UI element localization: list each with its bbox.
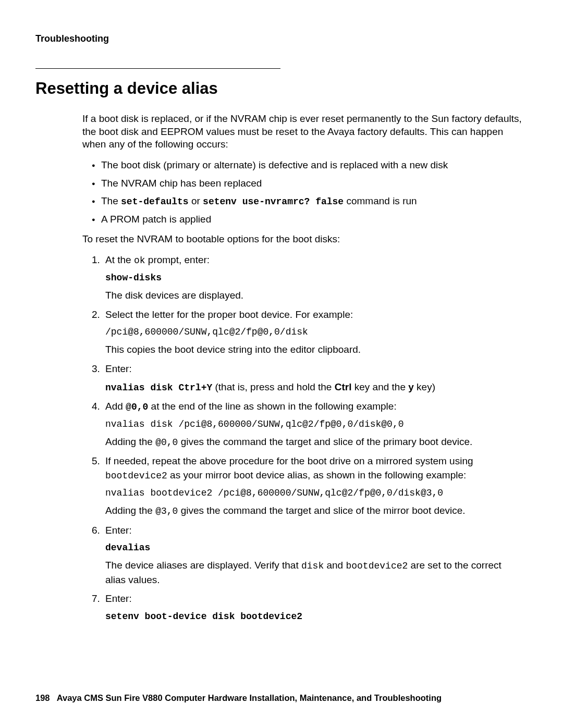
text: and xyxy=(324,560,346,571)
text: gives the command the target and slice o… xyxy=(178,505,465,516)
step-item: 1. At the ok prompt, enter: show-disks T… xyxy=(92,253,522,303)
device-path: /pci@8,600000/SUNW,qlc@2/fp@0,0/disk xyxy=(105,326,522,339)
text: command is run xyxy=(344,195,417,206)
text: Select the letter for the proper boot de… xyxy=(105,309,353,320)
step-number: 7. xyxy=(92,592,100,606)
step-item: 3. Enter: nvalias disk Ctrl+Y (that is, … xyxy=(92,362,522,394)
inline-code: @0,0 xyxy=(126,402,148,412)
bullet-item: The NVRAM chip has been replaced xyxy=(92,177,522,191)
step-item: 4. Add @0,0 at the end of the line as sh… xyxy=(92,400,522,450)
step-item: 5. If needed, repeat the above procedure… xyxy=(92,454,522,518)
text: (that is, press and hold the xyxy=(212,381,334,392)
section-heading: Resetting a device alias xyxy=(35,79,528,98)
command-line: show-disks xyxy=(105,272,522,285)
footer-title: Avaya CMS Sun Fire V880 Computer Hardwar… xyxy=(57,693,442,702)
intro-paragraph: If a boot disk is replaced, or if the NV… xyxy=(82,113,522,151)
body-content: If a boot disk is replaced, or if the NV… xyxy=(82,113,522,623)
text: at the end of the line as shown in the f… xyxy=(148,401,396,412)
step-item: 2. Select the letter for the proper boot… xyxy=(92,308,522,357)
inline-code: bootdevice2 xyxy=(346,561,408,571)
text: The device aliases are displayed. Verify… xyxy=(105,560,301,571)
step-number: 4. xyxy=(92,400,100,414)
step-result: Adding the @3,0 gives the command the ta… xyxy=(105,504,522,518)
inline-code: @3,0 xyxy=(155,506,178,516)
inline-code: ok xyxy=(134,255,145,266)
inline-command: set-defaults xyxy=(121,196,189,207)
text: Add xyxy=(105,401,126,412)
command-line: nvalias bootdevice2 /pci@8,600000/SUNW,q… xyxy=(105,487,522,500)
step-number: 5. xyxy=(92,454,100,468)
text: gives the command the target and slice o… xyxy=(178,436,472,447)
text: or xyxy=(189,195,203,206)
inline-code: disk xyxy=(301,561,324,571)
text: key and the xyxy=(351,381,408,392)
step-body: nvalias disk Ctrl+Y (that is, press and … xyxy=(105,380,522,394)
command-line: nvalias disk /pci@8,600000/SUNW,qlc@2/fp… xyxy=(105,418,522,431)
step-result: The disk devices are displayed. xyxy=(105,289,522,303)
text: Enter: xyxy=(105,593,132,604)
inline-command: setenv use-nvramrc? false xyxy=(203,196,344,207)
bullet-item: The boot disk (primary or alternate) is … xyxy=(92,158,522,172)
lead-in-paragraph: To reset the NVRAM to bootable options f… xyxy=(82,233,522,246)
numbered-list: 1. At the ok prompt, enter: show-disks T… xyxy=(82,253,522,623)
text: At the xyxy=(105,254,134,265)
text: key) xyxy=(414,381,435,392)
command-line: setenv boot-device disk bootdevice2 xyxy=(105,610,522,623)
step-result: Adding the @0,0 gives the command the ta… xyxy=(105,435,522,449)
text: Adding the xyxy=(105,436,155,447)
step-number: 2. xyxy=(92,308,100,322)
step-number: 1. xyxy=(92,253,100,267)
inline-code: bootdevice2 xyxy=(105,471,167,481)
page-number: 198 xyxy=(35,693,50,702)
text: as your mirror boot device alias, as sho… xyxy=(167,470,466,480)
step-item: 7. Enter: setenv boot-device disk bootde… xyxy=(92,592,522,623)
bullet-item: A PROM patch is applied xyxy=(92,213,522,227)
inline-command: nvalias disk Ctrl+Y xyxy=(105,382,212,393)
text: Adding the xyxy=(105,505,155,516)
bullet-item: The set-defaults or setenv use-nvramrc? … xyxy=(92,194,522,208)
running-header: Troubleshooting xyxy=(35,33,528,44)
key-name: Ctrl xyxy=(335,381,352,392)
text: The xyxy=(101,195,121,206)
section-rule xyxy=(35,68,280,69)
step-number: 6. xyxy=(92,524,100,538)
inline-code: @0,0 xyxy=(155,437,178,448)
command-line: devalias xyxy=(105,541,522,554)
page-footer: 198 Avaya CMS Sun Fire V880 Computer Har… xyxy=(35,693,442,703)
text: prompt, enter: xyxy=(145,254,210,265)
step-item: 6. Enter: devalias The device aliases ar… xyxy=(92,524,522,587)
bullet-list: The boot disk (primary or alternate) is … xyxy=(82,158,522,227)
step-result: This copies the boot device string into … xyxy=(105,343,522,357)
text: If needed, repeat the above procedure fo… xyxy=(105,455,473,466)
text: Enter: xyxy=(105,363,132,374)
text: Enter: xyxy=(105,525,132,536)
step-result: The device aliases are displayed. Verify… xyxy=(105,559,522,587)
key-name: y xyxy=(408,381,414,392)
step-number: 3. xyxy=(92,362,100,376)
